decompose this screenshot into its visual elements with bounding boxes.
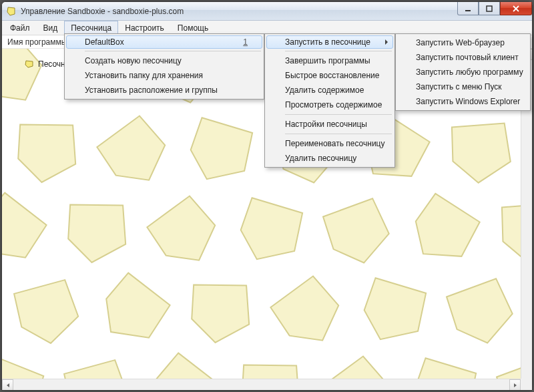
menu-item-label: Запустить любую программу (416, 67, 523, 77)
svg-marker-19 (142, 190, 226, 274)
menu-separator (285, 134, 392, 134)
app-icon (6, 6, 17, 17)
menu-item-remove-sandbox[interactable]: Удалить песочницу (266, 151, 393, 166)
maximize-button[interactable] (479, 2, 500, 15)
svg-marker-22 (405, 191, 483, 270)
svg-marker-10 (13, 118, 80, 185)
menu-item-label: Удалить содержимое (285, 85, 364, 95)
menu-shortcut: 1 (216, 37, 248, 47)
svg-marker-29 (441, 272, 521, 353)
scroll-left-button[interactable] (2, 379, 13, 390)
menu-separator (85, 51, 261, 51)
menu-configure[interactable]: Настроить (118, 21, 171, 35)
menu-item-set-folder[interactable]: Установить папку для хранения (66, 68, 262, 83)
menu-item-run-start[interactable]: Запустить с меню Пуск (397, 79, 529, 94)
svg-marker-0 (7, 7, 15, 15)
menu-item-run-mail[interactable]: Запустить почтовый клиент (397, 50, 529, 65)
scrollbar-corner (521, 379, 532, 390)
menu-item-label: DefaultBox (85, 37, 124, 47)
svg-marker-38 (25, 61, 33, 67)
menu-item-rename-sandbox[interactable]: Переименовать песочницу (266, 136, 393, 151)
menu-separator (285, 51, 392, 51)
svg-marker-27 (266, 270, 350, 355)
svg-marker-26 (187, 278, 254, 345)
svg-marker-41 (7, 383, 9, 387)
close-button[interactable] (500, 2, 532, 15)
svg-marker-28 (360, 277, 427, 345)
submenu-arrow-icon (384, 37, 388, 47)
svg-marker-11 (92, 110, 176, 194)
window-title: Управление Sandboxie - sandboxie-plus.co… (21, 7, 184, 16)
svg-rect-1 (465, 10, 471, 11)
menu-item-label: Запустить с меню Пуск (416, 82, 502, 91)
menu-view[interactable]: Вид (37, 21, 65, 35)
svg-rect-2 (487, 6, 492, 11)
menu-item-create-sandbox[interactable]: Создать новую песочницу (66, 53, 262, 68)
horizontal-scrollbar[interactable] (2, 379, 521, 390)
menu-item-label: Создать новую песочницу (85, 56, 182, 65)
menu-item-label: Просмотреть содержимое (285, 100, 382, 110)
sandbox-menu: DefaultBox 1 Создать новую песочницу Уст… (64, 33, 264, 100)
menu-help[interactable]: Помощь (171, 21, 215, 35)
menu-item-delete-contents[interactable]: Удалить содержимое (266, 83, 393, 97)
menu-sandbox[interactable]: Песочница (64, 21, 118, 35)
svg-marker-3 (2, 49, 53, 114)
scroll-right-button[interactable] (509, 379, 521, 390)
run-submenu: Запустить Web-браузер Запустить почтовый… (395, 33, 531, 111)
svg-marker-21 (317, 192, 398, 272)
menu-item-run-in-sandbox[interactable]: Запустить в песочнице (266, 35, 393, 49)
menu-item-explore-contents[interactable]: Просмотреть содержимое (266, 97, 393, 112)
menu-item-label: Переименовать песочницу (285, 139, 384, 148)
svg-marker-15 (445, 116, 516, 187)
menu-item-terminate[interactable]: Завершить программы (266, 53, 393, 68)
menu-item-quick-recovery[interactable]: Быстрое восстановление (266, 68, 393, 83)
minimize-button[interactable] (457, 2, 479, 15)
svg-marker-18 (63, 198, 130, 265)
menu-item-run-explorer[interactable]: Запустить Windows Explorer (397, 94, 529, 109)
svg-marker-20 (237, 197, 304, 264)
window-controls (457, 2, 532, 15)
defaultbox-submenu: Запустить в песочнице Завершить программ… (264, 33, 395, 168)
column-program-name[interactable]: Имя программы (7, 37, 67, 47)
menu-item-label: Настройки песочницы (285, 120, 367, 129)
svg-marker-17 (2, 190, 50, 270)
menu-file[interactable]: Файл (3, 21, 37, 35)
menu-item-label: Запустить Web-браузер (416, 38, 505, 47)
tree-root-row[interactable]: Песочни (25, 59, 69, 69)
svg-marker-42 (514, 383, 517, 387)
menu-item-label: Запустить в песочнице (285, 37, 370, 47)
menu-item-set-layout[interactable]: Установить расположение и группы (66, 83, 262, 97)
svg-marker-24 (8, 272, 86, 351)
svg-marker-12 (187, 117, 254, 184)
menu-item-sandbox-settings[interactable]: Настройки песочницы (266, 117, 393, 132)
menu-item-label: Запустить почтовый клиент (416, 53, 519, 62)
menu-separator (285, 114, 392, 115)
menu-item-label: Запустить Windows Explorer (416, 97, 520, 106)
menu-item-label: Быстрое восстановление (285, 71, 379, 80)
svg-marker-43 (385, 39, 388, 45)
sandbox-icon (25, 59, 34, 69)
menu-item-label: Установить папку для хранения (85, 71, 203, 80)
menu-item-label: Установить расположение и группы (85, 85, 218, 95)
svg-marker-25 (93, 270, 174, 351)
menu-item-run-any[interactable]: Запустить любую программу (397, 65, 529, 79)
menu-item-label: Удалить песочницу (285, 154, 356, 163)
menu-item-run-browser[interactable]: Запустить Web-браузер (397, 35, 529, 50)
menu-item-label: Завершить программы (285, 56, 370, 65)
titlebar[interactable]: Управление Sandboxie - sandboxie-plus.co… (2, 2, 532, 21)
menu-item-defaultbox[interactable]: DefaultBox 1 (66, 35, 262, 49)
